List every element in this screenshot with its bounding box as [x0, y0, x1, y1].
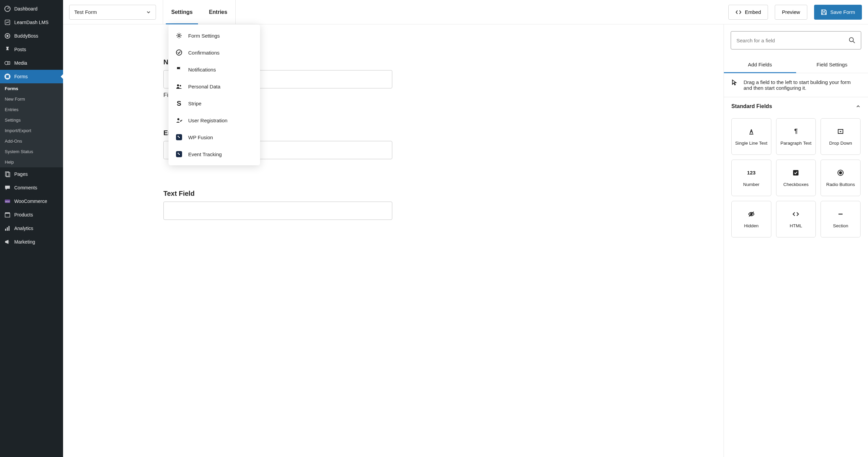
dd-label: Personal Data [188, 84, 220, 89]
svg-rect-7 [6, 75, 9, 78]
dd-event-tracking[interactable]: Event Tracking [169, 146, 260, 163]
submenu-system-status[interactable]: System Status [0, 146, 63, 157]
save-form-button[interactable]: Save Form [814, 5, 862, 20]
tab-add-fields[interactable]: Add Fields [724, 56, 796, 73]
users-icon [175, 83, 183, 90]
submenu-entries[interactable]: Entries [0, 104, 63, 115]
preview-button[interactable]: Preview [775, 5, 807, 20]
form-preview: Name First Email Text Field [63, 24, 724, 457]
topbar: Test Form Settings Entries Embed Preview… [63, 0, 868, 24]
sidebar-item-pages[interactable]: Pages [0, 167, 63, 181]
svg-point-17 [178, 35, 180, 37]
learndash-icon [4, 19, 11, 26]
tab-settings[interactable]: Settings [163, 0, 201, 24]
cursor-icon [731, 79, 737, 91]
form-selector-label: Test Form [74, 9, 97, 15]
form-selector[interactable]: Test Form [69, 5, 156, 20]
section-title: Standard Fields [731, 103, 772, 109]
tile-section[interactable]: Section [821, 201, 861, 237]
drag-hint: Drag a field to the left to start buildi… [724, 73, 868, 97]
dd-label: Form Settings [188, 33, 220, 39]
admin-sidebar: Dashboard LearnDash LMS BuddyBoss Posts … [0, 0, 63, 457]
sidebar-label: Posts [14, 47, 26, 52]
check-circle-icon [175, 49, 183, 56]
text-icon [748, 128, 755, 135]
html-icon [792, 210, 800, 218]
panel-tabs: Add Fields Field Settings [724, 56, 868, 73]
sidebar-label: Forms [14, 74, 28, 79]
tile-label: Paragraph Text [781, 141, 811, 146]
tab-entries[interactable]: Entries [201, 0, 235, 24]
dropdown-icon [837, 128, 844, 135]
dd-user-registration[interactable]: User Registration [169, 112, 260, 129]
dd-form-settings[interactable]: Form Settings [169, 27, 260, 44]
field-label: Text Field [163, 190, 703, 198]
save-icon [821, 9, 827, 15]
sidebar-item-woocommerce[interactable]: woo WooCommerce [0, 194, 63, 208]
tile-label: Number [743, 182, 760, 187]
sidebar-item-learndash[interactable]: LearnDash LMS [0, 16, 63, 29]
chevron-down-icon [146, 10, 151, 15]
sidebar-item-media[interactable]: Media [0, 56, 63, 70]
sidebar-label: Media [14, 60, 27, 66]
tile-html[interactable]: HTML [776, 201, 816, 237]
sidebar-item-marketing[interactable]: Marketing [0, 235, 63, 249]
forms-icon [4, 73, 11, 80]
media-icon [4, 60, 11, 66]
submenu-new-form[interactable]: New Form [0, 94, 63, 104]
submenu-help[interactable]: Help [0, 157, 63, 167]
dd-personal-data[interactable]: Personal Data [169, 78, 260, 95]
marketing-icon [4, 238, 11, 245]
tile-paragraph-text[interactable]: ¶ Paragraph Text [776, 118, 816, 155]
tile-hidden[interactable]: Hidden [731, 201, 771, 237]
sidebar-label: BuddyBoss [14, 33, 38, 39]
svg-rect-12 [5, 213, 10, 217]
sidebar-item-analytics[interactable]: Analytics [0, 222, 63, 235]
dd-label: Event Tracking [188, 151, 222, 157]
tile-label: Section [833, 223, 848, 228]
tile-drop-down[interactable]: Drop Down [821, 118, 861, 155]
embed-button[interactable]: Embed [728, 5, 768, 20]
dashboard-icon [4, 5, 11, 12]
tile-label: HTML [790, 223, 802, 228]
gear-icon [175, 32, 183, 39]
sidebar-label: Pages [14, 171, 28, 177]
tile-checkboxes[interactable]: Checkboxes [776, 160, 816, 196]
tile-label: Checkboxes [783, 182, 808, 187]
field-text[interactable]: Text Field [163, 190, 703, 220]
text-input[interactable] [163, 202, 392, 220]
tab-field-settings[interactable]: Field Settings [796, 56, 868, 73]
sidebar-item-buddyboss[interactable]: BuddyBoss [0, 29, 63, 43]
dd-wp-fusion[interactable]: WP Fusion [169, 129, 260, 146]
sidebar-label: Marketing [14, 239, 35, 245]
dd-stripe[interactable]: S Stripe [169, 95, 260, 112]
sidebar-item-forms[interactable]: Forms [0, 70, 63, 83]
submenu-addons[interactable]: Add-Ons [0, 136, 63, 146]
sidebar-item-products[interactable]: Products [0, 208, 63, 222]
svg-point-3 [6, 35, 8, 37]
tile-radio-buttons[interactable]: Radio Buttons [821, 160, 861, 196]
sidebar-item-posts[interactable]: Posts [0, 43, 63, 56]
sidebar-item-dashboard[interactable]: Dashboard [0, 2, 63, 16]
tile-number[interactable]: 123 Number [731, 160, 771, 196]
submenu-import-export[interactable]: Import/Export [0, 125, 63, 136]
submenu-settings[interactable]: Settings [0, 115, 63, 125]
user-check-icon [175, 117, 183, 124]
field-search[interactable] [731, 31, 861, 49]
tile-single-line-text[interactable]: Single Line Text [731, 118, 771, 155]
dd-notifications[interactable]: Notifications [169, 61, 260, 78]
dd-label: Notifications [188, 67, 216, 72]
pages-icon [4, 171, 11, 178]
wpfusion-icon [175, 133, 183, 141]
svg-rect-26 [793, 170, 798, 175]
svg-point-28 [840, 171, 842, 174]
section-standard-fields[interactable]: Standard Fields [724, 97, 868, 116]
search-input[interactable] [736, 38, 845, 43]
sidebar-item-comments[interactable]: Comments [0, 181, 63, 194]
section-icon [837, 210, 844, 218]
dd-confirmations[interactable]: Confirmations [169, 44, 260, 61]
save-label: Save Form [830, 9, 855, 15]
svg-point-24 [849, 38, 853, 42]
stripe-icon: S [175, 100, 183, 107]
submenu-forms[interactable]: Forms [0, 83, 63, 94]
